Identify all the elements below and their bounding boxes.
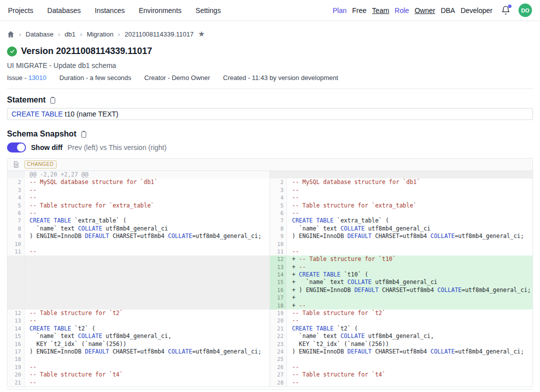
line-number xyxy=(8,294,24,302)
nav-item-instances[interactable]: Instances xyxy=(95,6,125,14)
line-number: 19 xyxy=(270,310,287,317)
diff-row: 9) ENGINE=InnoDB DEFAULT CHARSET=utf8mb4… xyxy=(270,232,532,240)
line-number: 21 xyxy=(8,379,24,386)
sql-comment: -- xyxy=(30,210,36,216)
sql-text: + xyxy=(292,294,296,301)
line-number xyxy=(8,264,24,271)
copy-snapshot-button[interactable] xyxy=(80,130,88,138)
breadcrumb-item[interactable]: Migration xyxy=(86,30,113,38)
sql-keyword: COLLATE xyxy=(168,232,192,240)
code-line: `name` text COLLATE utf8mb4_general_ci xyxy=(24,225,270,232)
sql-comment: -- xyxy=(292,317,299,324)
line-number: 15 xyxy=(270,278,287,286)
diff-row xyxy=(270,171,532,178)
sql-keyword: CREATE TABLE xyxy=(30,325,71,332)
diff-row: 11-- xyxy=(270,248,532,256)
top-nav: ProjectsDatabasesInstancesEnvironmentsSe… xyxy=(0,0,540,21)
show-diff-toggle[interactable] xyxy=(7,142,26,152)
line-number: 9 xyxy=(270,232,287,240)
diff-row: 27-- Table structure for `t4` xyxy=(270,371,532,378)
code-line: CREATE TABLE `extra_table` ( xyxy=(287,217,532,224)
sql-comment: -- MySQL database structure for `db1` xyxy=(292,178,420,186)
line-number: 22 xyxy=(270,332,287,340)
star-icon[interactable]: ★ xyxy=(198,30,204,38)
diff-row: 7CREATE TABLE `extra_table` ( xyxy=(270,217,532,224)
code-line: -- xyxy=(287,248,532,256)
sql-keyword: COLLATE xyxy=(340,225,364,232)
diff-row: 14CREATE TABLE `t2` ( xyxy=(8,325,270,332)
breadcrumb-separator: › xyxy=(118,30,120,38)
clipboard-icon xyxy=(80,130,88,138)
code-line: -- Table structure for `t4` xyxy=(24,371,270,378)
code-line xyxy=(287,240,532,248)
line-number: 18 xyxy=(8,356,24,363)
nav-item-databases[interactable]: Databases xyxy=(48,6,81,14)
nav-free-option[interactable]: Free xyxy=(352,6,366,14)
notification-bell-button[interactable] xyxy=(501,6,511,16)
code-line: -- xyxy=(24,317,270,324)
line-number: 25 xyxy=(270,356,287,363)
breadcrumb-item[interactable]: 20211008114339.11017 xyxy=(124,30,194,38)
breadcrumb: ›Database›db1›Migration›20211008114339.1… xyxy=(7,21,533,38)
meta-row: Issue - 13010Duration - a few secondsCre… xyxy=(7,74,533,82)
code-line: -- xyxy=(287,194,532,202)
code-line: -- xyxy=(24,248,270,256)
diff-row: 2-- MySQL database structure for `db1` xyxy=(8,178,270,186)
copy-statement-button[interactable] xyxy=(49,96,56,104)
breadcrumb-separator: › xyxy=(80,30,82,38)
code-line: CREATE TABLE `t2` ( xyxy=(287,325,532,332)
migration-subtitle: UI MIGRATE - Update db1 schema xyxy=(7,62,533,70)
sql-text: =utf8mb4_general_ci; xyxy=(192,348,261,355)
diff-row: @@ -2,20 +2,27 @@ xyxy=(8,171,270,178)
sql-keyword: CREATE TABLE xyxy=(299,271,340,278)
code-line: KEY `t2_idx` (`name`(256)) xyxy=(287,340,532,348)
breadcrumb-item[interactable]: db1 xyxy=(64,30,76,38)
line-number xyxy=(8,278,24,286)
line-number: 15 xyxy=(8,332,24,340)
nav-item-settings[interactable]: Settings xyxy=(196,6,221,14)
nav-dba-option[interactable]: DBA xyxy=(440,6,455,14)
nav-owner-option[interactable]: Owner xyxy=(414,6,435,14)
statement-heading: Statement xyxy=(7,96,46,104)
breadcrumb-separator: › xyxy=(19,30,21,38)
sql-text: KEY `t2_idx` (`name`(256)) xyxy=(30,340,126,348)
diff-row: 20-- Table structure for `t4` xyxy=(8,371,270,378)
sql-text: + xyxy=(292,271,299,278)
code-line: ) ENGINE=InnoDB DEFAULT CHARSET=utf8mb4 … xyxy=(24,232,270,240)
diff-row: 5-- Table structure for `extra_table` xyxy=(270,202,532,210)
sql-text: `name` text xyxy=(30,332,78,340)
line-number xyxy=(8,171,24,178)
line-number: 14 xyxy=(270,271,287,278)
home-icon[interactable] xyxy=(7,30,14,38)
sql-text: `name` text xyxy=(292,332,340,340)
line-number: 19 xyxy=(8,364,24,371)
breadcrumb-item[interactable]: Database xyxy=(26,30,54,38)
statement-section-head: Statement xyxy=(7,96,533,104)
nav-item-environments[interactable]: Environments xyxy=(138,6,182,14)
diff-row: 14+ CREATE TABLE `t10` ( xyxy=(270,271,532,278)
sql-keyword: CREATE TABLE xyxy=(12,110,63,118)
sql-keyword: CREATE TABLE xyxy=(292,325,334,332)
sql-text: =utf8mb4_general_ci; xyxy=(192,232,261,240)
avatar[interactable]: DO xyxy=(518,4,532,17)
diff-row: 16+ ) ENGINE=InnoDB DEFAULT CHARSET=utf8… xyxy=(270,286,532,294)
sql-keyword: DEFAULT xyxy=(348,232,372,240)
sql-text: + ) ENGINE=InnoDB xyxy=(292,286,354,294)
sql-keyword: COLLATE xyxy=(438,286,462,294)
sql-comment: -- xyxy=(292,210,299,216)
diff-row: 6-- xyxy=(270,210,532,217)
line-number: 13 xyxy=(8,317,24,324)
sql-keyword: COLLATE xyxy=(78,332,102,340)
sql-comment: -- Table structure for `t4` xyxy=(30,371,123,378)
nav-item-projects[interactable]: Projects xyxy=(8,6,34,14)
statement-box: CREATE TABLE t10 (name TEXT) xyxy=(7,108,533,120)
sql-text: KEY `t2_idx` (`name`(256)) xyxy=(292,340,389,348)
nav-team-option[interactable]: Team xyxy=(372,6,389,14)
nav-developer-option[interactable]: Developer xyxy=(460,6,492,14)
diff-row: 24) ENGINE=InnoDB DEFAULT CHARSET=utf8mb… xyxy=(270,348,532,356)
line-number: 2 xyxy=(270,178,287,186)
sql-keyword: COLLATE xyxy=(168,348,192,355)
sql-text: =utf8mb4_general_ci; xyxy=(454,232,524,240)
issue-link[interactable]: 13010 xyxy=(28,74,46,82)
meta-item: Created - 11:43 by version development xyxy=(223,74,338,82)
